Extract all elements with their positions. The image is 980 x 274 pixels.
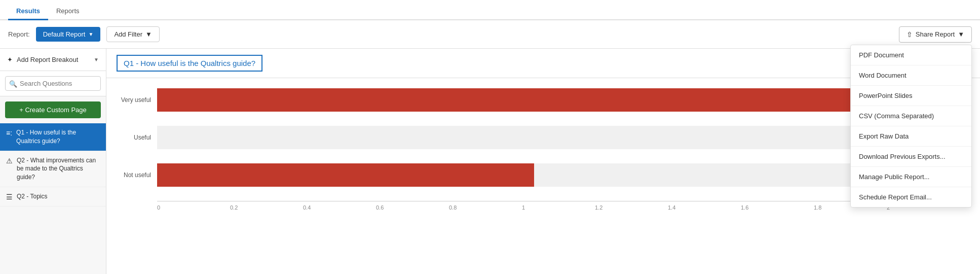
default-report-label: Default Report [43,30,86,38]
question-text: Q1 - How useful is the Qualtrics guide? [16,128,100,146]
dropdown-item-schedule-email[interactable]: Schedule Report Email... [851,187,971,207]
dropdown-item-prev-exports[interactable]: Download Previous Exports... [851,147,971,167]
bar-label: Useful [117,134,157,141]
search-wrapper: 🔍 [5,76,101,91]
dropdown-item-public-report[interactable]: Manage Public Report... [851,167,971,187]
sidebar-item-q1[interactable]: ≡: Q1 - How useful is the Qualtrics guid… [0,123,106,151]
search-questions-input[interactable] [5,76,101,91]
bar-track [157,126,960,149]
add-filter-button[interactable]: Add Filter ▼ [106,26,160,42]
main-layout: ✦ Add Report Breakout ▼ 🔍 + Create Custo… [0,49,980,274]
bar-label: Not useful [117,172,157,179]
x-tick: 0.2 [230,204,303,211]
create-custom-page-button[interactable]: + Create Custom Page [5,101,101,118]
x-tick: 1.2 [595,204,668,211]
x-tick: 1 [522,204,595,211]
chevron-down-icon: ▼ [958,30,964,38]
tab-results[interactable]: Results [8,3,48,20]
sidebar-questions-list: ≡: Q1 - How useful is the Qualtrics guid… [0,123,106,274]
share-report-dropdown: PDF Document Word Document PowerPoint Sl… [850,45,972,208]
bar-row-very-useful: Very useful [117,88,960,112]
top-tabs: Results Reports [0,0,980,20]
question-icon: ☰ [6,193,13,201]
question-title: Q1 - How useful is the Qualtrics guide? [117,55,262,72]
chevron-down-icon: ▼ [145,30,152,38]
sidebar: ✦ Add Report Breakout ▼ 🔍 + Create Custo… [0,49,106,274]
plus-icon: ✦ [7,56,13,63]
x-tick: 0.4 [303,204,376,211]
x-tick: 1.4 [668,204,741,211]
question-text: Q2 - Topics [17,192,47,201]
x-tick: 0 [157,204,230,211]
search-icon: 🔍 [9,80,17,87]
bar-label: Very useful [117,96,157,104]
dropdown-item-word[interactable]: Word Document [851,65,971,86]
report-label: Report: [8,30,30,38]
chevron-down-icon: ▼ [94,57,99,62]
add-breakout-label: Add Report Breakout [17,56,78,63]
sidebar-item-q2-text[interactable]: ⚠ Q2 - What improvements can be made to … [0,151,106,187]
bar-fill [157,88,944,112]
dropdown-item-raw[interactable]: Export Raw Data [851,126,971,147]
share-icon: ⇧ [907,30,913,39]
x-tick: 1.6 [741,204,814,211]
bar-fill [157,163,534,187]
dropdown-item-csv[interactable]: CSV (Comma Separated) [851,106,971,126]
question-icon: ⚠ [6,157,13,165]
content-area: Q1 - How useful is the Qualtrics guide? … [106,49,980,274]
question-title-bar: Q1 - How useful is the Qualtrics guide? [106,49,980,78]
bar-row-not-useful: Not useful [117,163,960,187]
share-report-label: Share Report [916,30,955,38]
x-tick: 0.8 [449,204,522,211]
default-report-button[interactable]: Default Report ▼ [36,27,101,42]
chart-area: Very useful Useful Not useful [106,78,980,221]
bar-track [157,88,960,112]
question-text: Q2 - What improvements can be made to th… [17,156,100,182]
share-report-button[interactable]: ⇧ Share Report ▼ [899,26,972,43]
question-icon: ≡: [6,129,12,137]
tab-reports[interactable]: Reports [48,3,88,20]
bar-track [157,163,960,187]
create-custom-page-label: + Create Custom Page [19,106,87,114]
dropdown-item-pdf[interactable]: PDF Document [851,45,971,65]
add-report-breakout[interactable]: ✦ Add Report Breakout ▼ [0,49,106,71]
dropdown-item-ppt[interactable]: PowerPoint Slides [851,86,971,106]
sidebar-item-q2-topics[interactable]: ☰ Q2 - Topics [0,187,106,207]
sidebar-search-container: 🔍 [0,71,106,96]
header-bar: Report: Default Report ▼ Add Filter ▼ ⇧ … [0,20,980,49]
chevron-down-icon: ▼ [88,31,93,37]
x-tick: 0.6 [376,204,449,211]
bar-chart: Very useful Useful Not useful [117,88,960,201]
add-filter-label: Add Filter [114,30,142,38]
x-axis: 0 0.2 0.4 0.6 0.8 1 1.2 1.4 1.6 1.8 2 [157,201,960,211]
bar-row-useful: Useful [117,126,960,149]
